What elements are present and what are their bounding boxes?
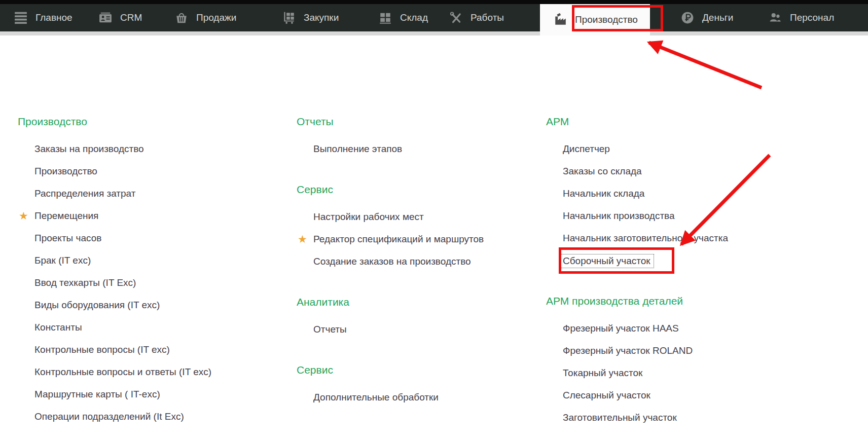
menu-item[interactable]: Фрезерный участок HAAS (546, 317, 728, 340)
menu-item[interactable]: Операции подразделений (It Exc) (18, 406, 211, 428)
menu-item-label: Начальник склада (563, 188, 644, 199)
hamburger-icon (14, 11, 27, 24)
menu-item[interactable]: Брак (IT exc) (18, 249, 211, 272)
menu-item-label: Начальник производства (563, 210, 675, 221)
menu-item[interactable]: Контрольные вопросы (IT exc) (18, 339, 211, 361)
menu-item[interactable]: Сборочный участок (546, 249, 728, 272)
tab-warehouse[interactable]: Склад (379, 4, 428, 31)
ruble-icon (681, 11, 694, 24)
tab-label: CRM (120, 12, 142, 23)
pallet-icon (379, 11, 392, 24)
menu-item[interactable]: Дополнительные обработки (297, 386, 484, 409)
tab-label: Закупки (304, 12, 339, 23)
menu-item[interactable]: Слесарный участок (546, 384, 728, 407)
tab-works[interactable]: Работы (449, 4, 504, 31)
menu-item-label: Дополнительные обработки (313, 392, 439, 402)
menu-item-label: Настройки рабочих мест (313, 211, 424, 222)
menu-group: ПроизводствоЗаказы на производствоПроизв… (18, 113, 211, 428)
menu-item[interactable]: Виды оборудования (IT exc) (18, 294, 211, 316)
menu-item-label: Контрольные вопросы (IT exc) (34, 344, 170, 355)
basket-icon (175, 11, 188, 24)
menu-item-label: Ввод техкарты (IT Exc) (34, 277, 136, 288)
tab-money[interactable]: Деньги (681, 4, 733, 31)
menu-column-1: ПроизводствоЗаказы на производствоПроизв… (18, 113, 211, 428)
menu-item-label: Сборочный участок (559, 254, 654, 268)
menu-item[interactable]: Константы (18, 316, 211, 339)
topbar-tab-strip: ГлавноеCRMПродажиЗакупкиСкладРаботыПроиз… (0, 4, 868, 31)
menu-item-label: Константы (34, 322, 82, 333)
tab-label: Производство (575, 14, 638, 25)
menu-item[interactable]: Отчеты (297, 318, 484, 341)
tab-production[interactable]: Производство (540, 4, 650, 35)
menu-item-label: Фрезерный участок ROLAND (563, 345, 693, 356)
tab-main[interactable]: Главное (14, 4, 73, 31)
group-title: АРМ производства деталей (546, 292, 728, 310)
menu-group: АРМ производства деталейФрезерный участо… (546, 292, 728, 429)
menu-item-label: Виды оборудования (IT exc) (34, 300, 160, 310)
menu-item-label: Фрезерный участок HAAS (563, 323, 679, 334)
group-title: Сервис (297, 180, 484, 199)
menu-item[interactable]: Создание заказов на производство (297, 250, 484, 273)
menu-item-label: Проекты часов (34, 233, 101, 243)
tab-label: Главное (35, 12, 73, 23)
tab-sales[interactable]: Продажи (175, 4, 236, 31)
menu-item[interactable]: Начальник склада (546, 182, 728, 205)
menu-item-label: Создание заказов на производство (313, 256, 471, 267)
tab-label: Продажи (196, 12, 236, 23)
menu-item-label: Начальник заготовительного участка (563, 233, 728, 243)
favorite-star-icon: ★ (298, 228, 307, 250)
menu-group: АналитикаОтчеты (297, 293, 484, 341)
menu-group: СервисДополнительные обработки (297, 361, 484, 409)
menu-item[interactable]: Диспетчер (546, 138, 728, 160)
menu-item[interactable]: Заказы со склада (546, 160, 728, 182)
menu-item[interactable]: Заказы на производство (18, 138, 211, 160)
menu-item-label: Редактор спецификаций и маршрутов (313, 234, 484, 244)
menu-item-label: Маршрутные карты ( IT-exc) (34, 389, 160, 399)
topbar-top-strip (0, 0, 868, 4)
menu-item-label: Диспетчер (563, 143, 610, 154)
menu-group: АРМДиспетчерЗаказы со складаНачальник ск… (546, 113, 728, 272)
menu-item[interactable]: Токарный участок (546, 362, 728, 384)
menu-item-label: Отчеты (313, 324, 347, 335)
menu-item-label: Перемещения (34, 210, 98, 221)
menu-item[interactable]: ★Перемещения (18, 205, 211, 227)
menu-item-label: Заказы со склада (563, 166, 642, 176)
people-icon (769, 11, 782, 24)
tab-label: Деньги (702, 12, 733, 23)
menu-item-label: Токарный участок (563, 368, 642, 378)
menu-item[interactable]: Фрезерный участок ROLAND (546, 340, 728, 362)
annotation-arrow-to-production-tab (649, 43, 762, 88)
menu-item[interactable]: Распределения затрат (18, 182, 211, 205)
menu-item-label: Слесарный участок (563, 390, 650, 400)
menu-group: ОтчетыВыполнение этапов (297, 113, 484, 160)
menu-item[interactable]: Проекты часов (18, 227, 211, 249)
menu-item[interactable]: Заготовительный участок (546, 407, 728, 429)
menu-item[interactable]: Выполнение этапов (297, 138, 484, 160)
menu-item[interactable]: Производство (18, 160, 211, 182)
menu-item[interactable]: Ввод техкарты (IT Exc) (18, 272, 211, 294)
group-title: Сервис (297, 361, 484, 379)
cart-icon (282, 11, 296, 24)
tab-staff[interactable]: Персонал (769, 4, 834, 31)
favorite-star-icon: ★ (19, 205, 28, 227)
menu-item[interactable]: Настройки рабочих мест (297, 206, 484, 228)
menu-item[interactable]: Контрольные вопросы и ответы (IT exc) (18, 361, 211, 383)
menu-item-label: Контрольные вопросы и ответы (IT exc) (34, 366, 211, 377)
group-title: АРМ (546, 113, 728, 131)
menu-item-label: Выполнение этапов (313, 143, 402, 154)
tab-purchases[interactable]: Закупки (282, 4, 339, 31)
menu-column-2: ОтчетыВыполнение этаповСервисНастройки р… (297, 113, 484, 409)
tab-label: Персонал (790, 12, 834, 23)
topbar-bottom-strip (0, 31, 868, 35)
tab-crm[interactable]: CRM (99, 4, 142, 31)
menu-item[interactable]: Начальник заготовительного участка (546, 227, 728, 249)
group-title: Отчеты (297, 113, 484, 131)
menu-item-label: Заготовительный участок (563, 412, 677, 423)
menu-group: СервисНастройки рабочих мест★Редактор сп… (297, 180, 484, 273)
menu-item[interactable]: ★Редактор спецификаций и маршрутов (297, 228, 484, 250)
menu-item[interactable]: Маршрутные карты ( IT-exc) (18, 383, 211, 406)
menu-item-label: Распределения затрат (34, 188, 135, 199)
factory-icon (554, 13, 567, 26)
menu-item[interactable]: Начальник производства (546, 205, 728, 227)
group-title: Производство (18, 113, 211, 131)
